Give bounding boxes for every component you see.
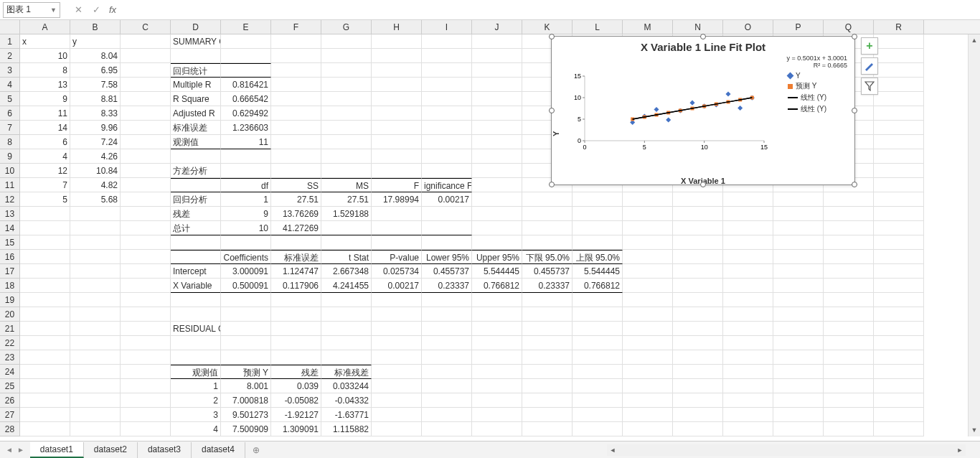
cell[interactable] (773, 365, 824, 379)
cell[interactable] (824, 322, 874, 336)
cell[interactable]: 标准残差 (321, 365, 372, 379)
cell[interactable] (121, 207, 171, 221)
row-header[interactable]: 22 (0, 336, 20, 350)
cell[interactable] (221, 350, 271, 365)
cell[interactable] (271, 336, 321, 350)
cell[interactable] (271, 322, 321, 336)
cell[interactable]: 1.236603 (221, 121, 271, 135)
column-header[interactable]: B (70, 20, 121, 34)
row-header[interactable]: 16 (0, 250, 20, 264)
cell[interactable] (472, 365, 522, 379)
cell[interactable] (472, 422, 522, 436)
cell[interactable] (824, 365, 874, 379)
cell[interactable] (372, 408, 422, 422)
cell[interactable] (70, 235, 121, 250)
add-sheet-button[interactable]: ⊕ (245, 445, 267, 455)
cell[interactable] (723, 379, 773, 393)
cancel-icon[interactable]: ✕ (73, 4, 84, 15)
cell[interactable]: SUMMARY OUTPUT (171, 34, 221, 49)
resize-handle[interactable] (700, 182, 706, 187)
cell[interactable] (824, 207, 874, 221)
cell[interactable] (824, 221, 874, 235)
cell[interactable] (221, 307, 271, 322)
cell[interactable]: 9 (221, 207, 271, 221)
cell[interactable] (20, 293, 70, 307)
cell[interactable]: MS (321, 178, 372, 192)
cell[interactable] (472, 192, 522, 207)
cell[interactable] (422, 34, 472, 49)
cell[interactable] (773, 192, 824, 207)
cell[interactable] (874, 365, 924, 379)
cell[interactable] (673, 322, 723, 336)
row-header[interactable]: 25 (0, 379, 20, 393)
cell[interactable]: 标准误差 (171, 121, 221, 135)
cell[interactable] (874, 322, 924, 336)
cell[interactable] (723, 264, 773, 279)
cell[interactable] (372, 365, 422, 379)
cell[interactable]: 8.81 (70, 92, 121, 106)
cell[interactable]: 0.766812 (472, 279, 522, 293)
cell[interactable] (372, 121, 422, 135)
cell[interactable] (673, 307, 723, 322)
cell[interactable] (121, 149, 171, 164)
cell[interactable] (623, 422, 673, 436)
cell[interactable] (623, 379, 673, 393)
row-header[interactable]: 17 (0, 264, 20, 279)
column-header[interactable]: D (171, 20, 221, 34)
cell[interactable] (321, 63, 372, 78)
cell[interactable] (824, 379, 874, 393)
cell[interactable] (723, 221, 773, 235)
cell[interactable]: P-value (372, 250, 422, 264)
cell[interactable] (874, 307, 924, 322)
cell[interactable] (271, 34, 321, 49)
cell[interactable]: -0.05082 (271, 393, 321, 408)
cell[interactable] (773, 393, 824, 408)
confirm-icon[interactable]: ✓ (91, 4, 102, 15)
cell[interactable] (874, 207, 924, 221)
cell[interactable] (723, 192, 773, 207)
cell[interactable] (472, 178, 522, 192)
cell[interactable] (121, 135, 171, 149)
scroll-up-icon[interactable]: ▲ (969, 34, 980, 47)
cell[interactable]: 4.26 (70, 149, 121, 164)
cell[interactable] (20, 322, 70, 336)
cell[interactable] (472, 393, 522, 408)
cell[interactable] (422, 408, 472, 422)
cell[interactable] (522, 393, 573, 408)
cell[interactable] (372, 149, 422, 164)
cell[interactable] (623, 250, 673, 264)
cell[interactable] (723, 293, 773, 307)
cell[interactable] (321, 49, 372, 63)
cell[interactable] (221, 63, 271, 78)
cell[interactable] (221, 322, 271, 336)
cell[interactable] (271, 307, 321, 322)
cell[interactable] (673, 336, 723, 350)
cell[interactable] (372, 106, 422, 121)
cell[interactable]: df (221, 178, 271, 192)
cell[interactable] (673, 264, 723, 279)
column-header[interactable]: O (723, 20, 773, 34)
cell[interactable] (472, 121, 522, 135)
cell[interactable] (20, 393, 70, 408)
cell[interactable] (20, 250, 70, 264)
cell[interactable] (422, 106, 472, 121)
cell[interactable] (573, 322, 623, 336)
column-header[interactable]: N (673, 20, 723, 34)
cell[interactable] (573, 235, 623, 250)
cell[interactable] (673, 207, 723, 221)
row-header[interactable]: 24 (0, 365, 20, 379)
cell[interactable] (472, 135, 522, 149)
cell[interactable]: Coefficients (221, 250, 271, 264)
cell[interactable]: 标准误差 (271, 250, 321, 264)
cell[interactable] (372, 221, 422, 235)
cell[interactable] (70, 393, 121, 408)
cell[interactable]: Upper 95% (472, 250, 522, 264)
cell[interactable] (20, 235, 70, 250)
cell[interactable] (874, 264, 924, 279)
cell[interactable] (573, 307, 623, 322)
cell[interactable] (221, 34, 271, 49)
cell[interactable] (372, 336, 422, 350)
cell[interactable] (121, 322, 171, 336)
cell[interactable] (723, 207, 773, 221)
cell[interactable] (824, 307, 874, 322)
